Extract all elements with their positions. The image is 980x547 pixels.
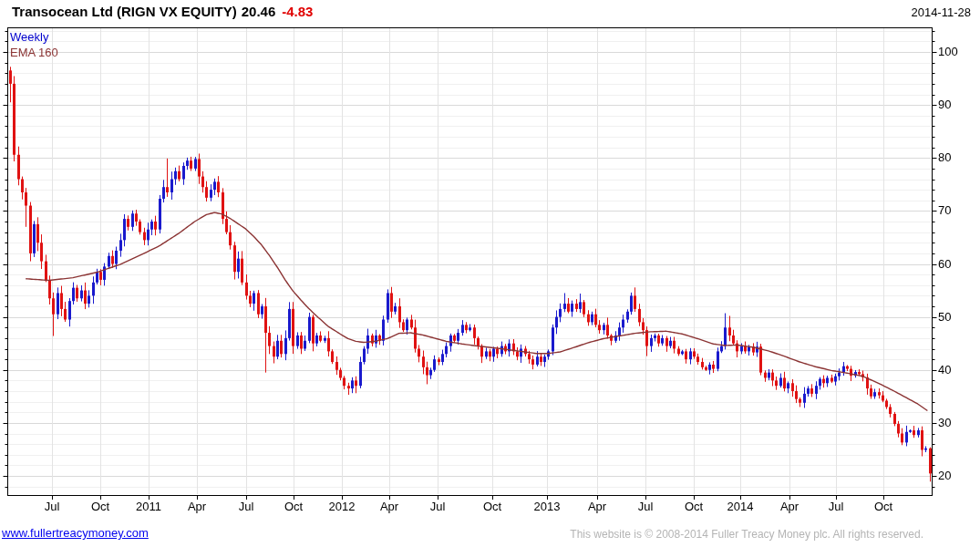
y-axis-label: 50 xyxy=(938,310,951,324)
price-change: -4.83 xyxy=(282,4,313,19)
website-link[interactable]: www.fullertreacymoney.com xyxy=(2,526,149,540)
x-axis-label: 2013 xyxy=(527,500,567,513)
x-axis-label: Oct xyxy=(80,500,120,513)
last-price: 20.46 xyxy=(242,4,276,19)
x-axis-label: Oct xyxy=(863,500,903,513)
y-axis-label: 100 xyxy=(938,45,958,58)
x-axis-label: Apr xyxy=(369,500,409,513)
x-axis-label: Apr xyxy=(577,500,617,513)
copyright-text: This website is © 2008-2014 Fuller Treac… xyxy=(570,528,923,541)
x-axis-label: Jul xyxy=(418,500,458,513)
y-axis-label: 30 xyxy=(938,416,951,429)
chart-date: 2014-11-28 xyxy=(911,5,971,19)
chart-window: Transocean Ltd (RIGN VX EQUITY)20.46-4.8… xyxy=(0,0,980,547)
price-chart-canvas xyxy=(0,0,980,547)
y-axis-label: 80 xyxy=(938,150,951,164)
x-axis-label: 2014 xyxy=(720,500,760,513)
y-axis-label: 90 xyxy=(938,98,951,111)
y-axis-label: 70 xyxy=(938,203,951,217)
x-axis-label: Apr xyxy=(769,500,810,513)
legend-frequency: Weekly xyxy=(10,30,48,44)
y-axis-label: 20 xyxy=(938,469,951,482)
instrument-title: Transocean Ltd (RIGN VX EQUITY) xyxy=(12,4,237,19)
x-axis-label: Apr xyxy=(177,500,217,513)
x-axis-label: Oct xyxy=(472,500,512,513)
x-axis-label: Oct xyxy=(674,500,714,513)
y-axis-label: 60 xyxy=(938,257,951,271)
x-axis-label: Oct xyxy=(273,500,314,513)
x-axis-label: Jul xyxy=(816,500,856,513)
x-axis-label: Jul xyxy=(625,500,665,513)
x-axis-label: 2011 xyxy=(129,500,169,513)
x-axis-label: 2012 xyxy=(322,500,362,513)
y-axis-label: 40 xyxy=(938,363,951,377)
x-axis-label: Jul xyxy=(226,500,266,513)
chart-title: Transocean Ltd (RIGN VX EQUITY)20.46-4.8… xyxy=(12,4,313,19)
x-axis-label: Jul xyxy=(32,500,72,513)
legend-ema-label: EMA 160 xyxy=(10,46,58,59)
